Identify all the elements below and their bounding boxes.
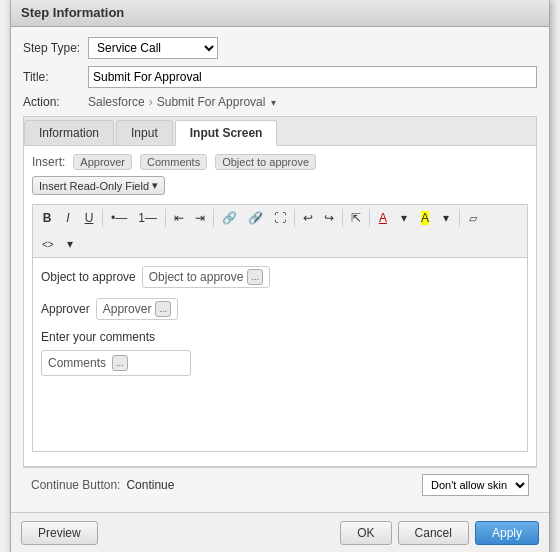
toolbar-sep4 [294, 209, 295, 227]
toolbar-underline-btn[interactable]: U [79, 207, 99, 229]
comments-input[interactable]: Comments ... [41, 350, 191, 376]
insert-label: Insert: [32, 155, 65, 169]
step-type-row: Step Type: Service Call [23, 37, 537, 59]
title-value [88, 66, 537, 88]
comments-label: Enter your comments [41, 330, 519, 344]
approver-text: Approver [103, 302, 152, 316]
preview-button[interactable]: Preview [21, 521, 98, 545]
toolbar-sep3 [213, 209, 214, 227]
footer-bar: Continue Button: Continue Don't allow sk… [23, 467, 537, 502]
toolbar-bg-color-drop[interactable]: ▾ [436, 207, 456, 229]
comments-text: Comments [48, 356, 106, 370]
toolbar-sep5 [342, 209, 343, 227]
toolbar-source-drop[interactable]: ▾ [60, 233, 80, 255]
action-row: Action: Salesforce › Submit For Approval… [23, 95, 537, 109]
object-to-approve-row: Object to approve Object to approve ... [41, 266, 519, 288]
dialog-body: Step Type: Service Call Title: Action: S… [11, 27, 549, 512]
object-to-approve-text: Object to approve [149, 270, 244, 284]
continue-label: Continue Button: [31, 478, 120, 492]
action-dropdown-btn[interactable]: ▾ [269, 97, 278, 108]
title-label: Title: [23, 70, 88, 84]
approver-dots-btn[interactable]: ... [155, 301, 171, 317]
insert-readonly-container: Insert Read-Only Field ▾ [32, 176, 528, 199]
toolbar-numbered-btn[interactable]: 1— [133, 207, 162, 229]
ok-button[interactable]: OK [340, 521, 391, 545]
step-information-dialog: Step Information Step Type: Service Call… [10, 0, 550, 552]
object-to-approve-label: Object to approve [41, 270, 136, 284]
insert-bar: Insert: Approver Comments Object to appr… [32, 154, 528, 170]
cancel-button[interactable]: Cancel [398, 521, 469, 545]
approver-row: Approver Approver ... [41, 298, 519, 320]
toolbar-sep6 [369, 209, 370, 227]
toolbar-unlink-btn[interactable]: 🔗̸ [243, 207, 268, 229]
dialog-footer: Preview OK Cancel Apply [11, 512, 549, 552]
toolbar-source-btn[interactable]: <> [37, 233, 59, 255]
insert-readonly-btn[interactable]: Insert Read-Only Field ▾ [32, 176, 165, 195]
title-input[interactable] [88, 66, 537, 88]
toolbar-fullscreen-btn[interactable]: ⇱ [346, 207, 366, 229]
insert-chip-approver[interactable]: Approver [73, 154, 132, 170]
step-type-select[interactable]: Service Call [88, 37, 218, 59]
insert-chip-comments[interactable]: Comments [140, 154, 207, 170]
dialog-title: Step Information [11, 0, 549, 27]
step-type-label: Step Type: [23, 41, 88, 55]
tabs-container: Information Input Input Screen Insert: A… [23, 116, 537, 467]
tab-content: Insert: Approver Comments Object to appr… [24, 146, 536, 466]
comments-section: Enter your comments Comments ... [41, 330, 519, 376]
toolbar-special-btn[interactable]: ▱ [463, 207, 483, 229]
dont-allow-select[interactable]: Don't allow skin [422, 474, 529, 496]
continue-value: Continue [126, 478, 422, 492]
editor-area[interactable]: Object to approve Object to approve ... … [32, 257, 528, 452]
action-path: Salesforce › Submit For Approval ▾ [88, 95, 278, 109]
editor-toolbar-row2: <> ▾ [32, 231, 528, 257]
toolbar-bg-color-btn[interactable]: A [415, 207, 435, 229]
insert-readonly-label: Insert Read-Only Field [39, 180, 149, 192]
insert-readonly-arrow: ▾ [152, 179, 158, 192]
action-label: Action: [23, 95, 88, 109]
object-to-approve-dots-btn[interactable]: ... [247, 269, 263, 285]
approver-label: Approver [41, 302, 90, 316]
object-to-approve-input[interactable]: Object to approve ... [142, 266, 270, 288]
toolbar-font-color-drop[interactable]: ▾ [394, 207, 414, 229]
toolbar-image-btn[interactable]: ⛶ [269, 207, 291, 229]
toolbar-bold-btn[interactable]: B [37, 207, 57, 229]
toolbar-align-left-btn[interactable]: ⇤ [169, 207, 189, 229]
toolbar-undo-btn[interactable]: ↩ [298, 207, 318, 229]
approver-input[interactable]: Approver ... [96, 298, 178, 320]
tab-input[interactable]: Input [116, 120, 173, 145]
dont-allow-container: Don't allow skin [422, 474, 529, 496]
toolbar-bullets-btn[interactable]: •— [106, 207, 132, 229]
toolbar-italic-btn[interactable]: I [58, 207, 78, 229]
footer-left: Preview [21, 521, 98, 545]
toolbar-font-color-btn[interactable]: A [373, 207, 393, 229]
action-path1: Salesforce [88, 95, 145, 109]
action-path2: Submit For Approval [157, 95, 266, 109]
step-type-value: Service Call [88, 37, 537, 59]
toolbar-sep2 [165, 209, 166, 227]
insert-chip-object[interactable]: Object to approve [215, 154, 316, 170]
apply-button[interactable]: Apply [475, 521, 539, 545]
editor-toolbar-row1: B I U •— 1— ⇤ ⇥ 🔗 🔗̸ ⛶ ↩ ↪ [32, 204, 528, 231]
tab-input-screen[interactable]: Input Screen [175, 120, 278, 146]
toolbar-link-btn[interactable]: 🔗 [217, 207, 242, 229]
footer-right: OK Cancel Apply [340, 521, 539, 545]
tab-information[interactable]: Information [24, 120, 114, 145]
title-row: Title: [23, 66, 537, 88]
action-arrow: › [149, 95, 153, 109]
toolbar-redo-btn[interactable]: ↪ [319, 207, 339, 229]
toolbar-sep7 [459, 209, 460, 227]
toolbar-sep1 [102, 209, 103, 227]
toolbar-align-right-btn[interactable]: ⇥ [190, 207, 210, 229]
comments-dots-btn[interactable]: ... [112, 355, 128, 371]
tabs-bar: Information Input Input Screen [24, 117, 536, 146]
